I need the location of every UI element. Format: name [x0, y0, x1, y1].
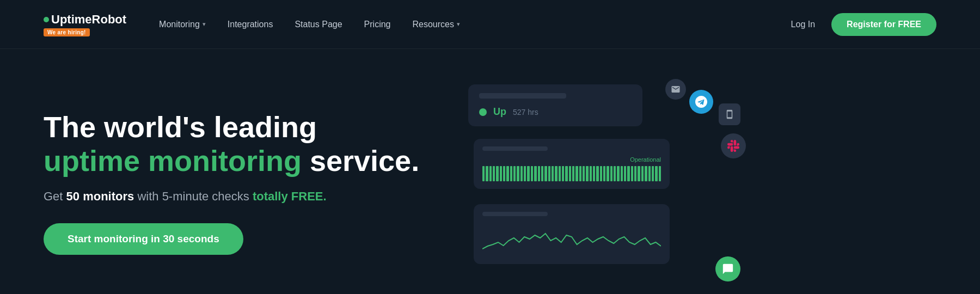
logo-area: UptimeRobot We are hiring!	[44, 13, 126, 36]
uptime-bar-item	[631, 166, 633, 181]
uptime-bar-item	[517, 166, 519, 181]
uptime-bar-item	[538, 166, 540, 181]
uptime-bar-item	[624, 166, 626, 181]
uptime-bar-item	[596, 166, 598, 181]
uptime-bar-item	[579, 166, 581, 181]
nav-status-page[interactable]: Status Page	[295, 20, 342, 29]
uptime-bar-item	[506, 166, 509, 181]
nav-right: Log In Register for FREE	[791, 13, 936, 36]
uptime-bar-item	[493, 166, 495, 181]
uptime-bar-item	[496, 166, 498, 181]
uptime-bar-item	[555, 166, 557, 181]
phone-icon	[719, 103, 740, 125]
uptime-bar-item	[600, 166, 602, 181]
email-icon	[665, 79, 686, 100]
uptime-bar-item	[572, 166, 574, 181]
uptime-bar-item	[565, 166, 567, 181]
hero-bold: 50 monitors	[66, 189, 134, 203]
hero-title: The world's leading uptime monitoring se…	[44, 110, 425, 177]
uptime-bar-item	[590, 166, 592, 181]
uptime-bar-item	[531, 166, 533, 181]
logo-name: UptimeRobot	[51, 13, 126, 27]
uptime-bar-item	[513, 166, 516, 181]
uptime-bar-item	[645, 166, 647, 181]
status-hours: 527 hrs	[513, 108, 538, 117]
uptime-bar-item	[489, 166, 492, 181]
hero-free: totally FREE.	[253, 189, 327, 203]
hero-title-green: uptime monitoring	[44, 144, 302, 177]
hero-title-white: service.	[302, 144, 419, 177]
uptime-bar-item	[562, 166, 564, 181]
cta-button[interactable]: Start monitoring in 30 seconds	[44, 223, 243, 255]
chevron-down-icon-2: ▾	[457, 21, 460, 28]
uptime-bar-item	[552, 166, 554, 181]
uptime-bar-item	[586, 166, 588, 181]
nav-links: Monitoring ▾ Integrations Status Page Pr…	[159, 20, 791, 29]
uptime-bar-item	[617, 166, 619, 181]
nav-pricing[interactable]: Pricing	[364, 20, 391, 29]
status-up-label: Up	[493, 106, 506, 118]
uptime-chart-card: Operational	[474, 139, 670, 189]
uptime-bar-item	[634, 166, 636, 181]
uptime-bar-item	[593, 166, 595, 181]
navbar: UptimeRobot We are hiring! Monitoring ▾ …	[0, 0, 980, 49]
uptime-bar-item	[610, 166, 612, 181]
uptime-bar-item	[621, 166, 623, 181]
monitor-status-row: Up 527 hrs	[479, 106, 632, 118]
uptime-bar-item	[520, 166, 523, 181]
nav-integrations[interactable]: Integrations	[228, 20, 273, 29]
uptime-bar-item	[486, 166, 488, 181]
hero-subtitle: Get 50 monitors with 5-minute checks tot…	[44, 189, 425, 204]
nav-resources[interactable]: Resources ▾	[412, 20, 460, 29]
hero-dashboard: Up 527 hrs Operational	[468, 74, 751, 291]
uptime-bar-item	[541, 166, 543, 181]
logo[interactable]: UptimeRobot	[44, 13, 126, 27]
uptime-bar-item	[534, 166, 536, 181]
chart-name-bar	[482, 146, 548, 151]
uptime-bar-item	[659, 166, 661, 181]
response-chart-svg	[482, 222, 661, 254]
hero-left: The world's leading uptime monitoring se…	[44, 110, 425, 255]
chevron-down-icon: ▾	[203, 21, 206, 28]
uptime-bar-item	[652, 166, 654, 181]
hiring-badge[interactable]: We are hiring!	[44, 28, 90, 36]
operational-label: Operational	[482, 156, 661, 163]
uptime-bar-item	[575, 166, 578, 181]
telegram-icon	[689, 90, 713, 114]
response-name-bar	[482, 212, 548, 216]
uptime-bar-item	[527, 166, 529, 181]
logo-dot	[44, 17, 49, 22]
uptime-bar-item	[559, 166, 561, 181]
uptime-bar-item	[655, 166, 657, 181]
uptime-bar-item	[614, 166, 616, 181]
uptime-bar-item	[583, 166, 585, 181]
slack-icon	[721, 133, 746, 158]
uptime-bar-item	[648, 166, 651, 181]
uptime-bar-item	[548, 166, 550, 181]
uptime-bar-item	[603, 166, 605, 181]
monitor-name-bar	[479, 93, 566, 99]
uptime-bar-item	[510, 166, 512, 181]
uptime-bar-item	[524, 166, 526, 181]
uptime-bar-item	[607, 166, 609, 181]
status-up-dot	[479, 108, 487, 116]
uptime-bar-item	[544, 166, 547, 181]
uptime-bar-item	[482, 166, 485, 181]
login-button[interactable]: Log In	[791, 20, 815, 29]
uptime-bar-item	[503, 166, 505, 181]
monitor-card: Up 527 hrs	[468, 84, 642, 126]
uptime-bars	[482, 166, 661, 181]
chat-bubble-button[interactable]	[715, 256, 740, 281]
uptime-bar-item	[569, 166, 571, 181]
register-button[interactable]: Register for FREE	[831, 13, 936, 36]
hero-section: The world's leading uptime monitoring se…	[0, 49, 980, 294]
uptime-bar-item	[627, 166, 629, 181]
nav-monitoring[interactable]: Monitoring ▾	[159, 20, 206, 29]
uptime-bar-item	[500, 166, 502, 181]
response-chart-card	[474, 204, 670, 264]
uptime-bar-item	[638, 166, 640, 181]
uptime-bar-item	[641, 166, 644, 181]
